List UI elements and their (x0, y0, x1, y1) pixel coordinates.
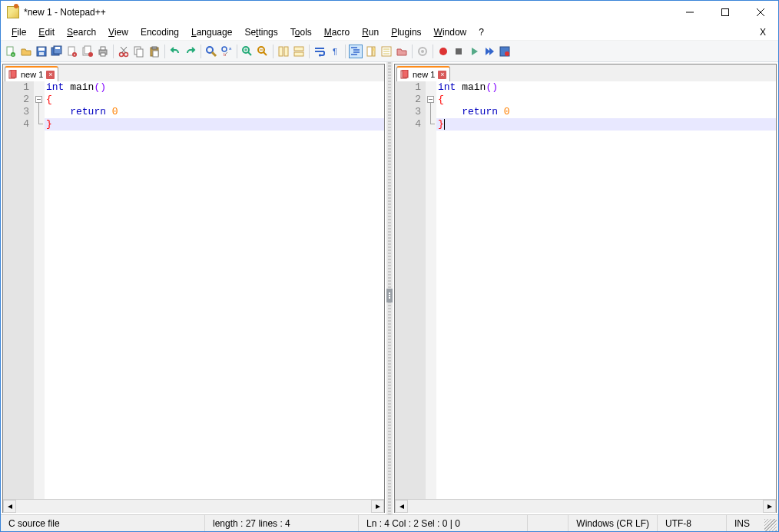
toolbar-save-all-icon[interactable] (50, 45, 64, 58)
toolbar-function-list-icon[interactable] (380, 45, 393, 58)
menu-view[interactable]: View (102, 25, 134, 39)
hscrollbar-left[interactable]: ◂ ▸ (3, 499, 384, 512)
toolbar-stop-macro-icon[interactable] (452, 45, 466, 58)
toolbar-close-icon[interactable]: × (65, 45, 79, 58)
menu-encoding[interactable]: Encoding (134, 25, 185, 39)
scroll-right-icon[interactable]: ▸ (763, 500, 776, 513)
toolbar-close-all-icon[interactable] (81, 45, 94, 58)
status-position: Ln : 4 Col : 2 Sel : 0 | 0 (358, 515, 527, 531)
menu-file[interactable]: File (5, 25, 32, 39)
tab-right-0[interactable]: new 1 × (396, 66, 450, 81)
svg-rect-55 (373, 47, 375, 56)
status-filetype: C source file (1, 515, 204, 531)
status-encoding[interactable]: UTF-8 (657, 515, 726, 531)
toolbar-undo-icon[interactable] (168, 45, 182, 58)
fold-margin[interactable] (426, 81, 436, 499)
toolbar-record-macro-icon[interactable] (436, 45, 450, 58)
tab-left-0[interactable]: new 1 × (5, 66, 58, 81)
line-gutter: 1234 (3, 81, 34, 499)
splitter-handle-icon[interactable] (386, 289, 393, 302)
hscrollbar-right[interactable]: ◂ ▸ (395, 499, 776, 512)
toolbar-zoom-in-icon[interactable] (240, 45, 254, 58)
menu-settings[interactable]: Settings (238, 25, 283, 39)
menu-help[interactable]: ? (472, 25, 490, 39)
fold-margin[interactable] (34, 81, 45, 499)
toolbar-separator (309, 45, 310, 58)
tab-label: new 1 (413, 70, 435, 79)
code-area[interactable]: int main(){ return 0} (436, 81, 776, 499)
tab-close-icon[interactable]: × (438, 71, 446, 79)
toolbar-indent-guide-icon[interactable] (349, 45, 363, 58)
toolbar-monitoring-icon[interactable] (416, 45, 429, 58)
toolbar-play-multi-icon[interactable] (482, 45, 496, 58)
menu-macro[interactable]: Macro (318, 25, 356, 39)
menu-search[interactable]: Search (61, 25, 102, 39)
scroll-left-icon[interactable]: ◂ (395, 500, 408, 513)
toolbar-redo-icon[interactable] (184, 45, 197, 58)
svg-rect-70 (403, 70, 408, 78)
toolbar-separator (113, 45, 114, 58)
status-eol[interactable]: Windows (CR LF) (568, 515, 657, 531)
toolbar-sync-v-icon[interactable] (277, 45, 290, 58)
resize-grip-icon[interactable] (764, 519, 777, 531)
menu-edit[interactable]: Edit (32, 25, 61, 39)
close-button[interactable] (743, 1, 778, 24)
titlebar[interactable]: *new 1 - Notepad++ (1, 1, 778, 24)
toolbar-separator (201, 45, 201, 58)
svg-point-22 (120, 52, 124, 56)
menu-close-x[interactable]: X (752, 25, 774, 39)
svg-rect-64 (456, 48, 462, 55)
toolbar-new-file-icon[interactable]: + (4, 45, 18, 58)
splitter[interactable] (386, 62, 393, 514)
toolbar-save-macro-icon[interactable] (498, 45, 512, 58)
scroll-left-icon[interactable]: ◂ (3, 500, 16, 513)
svg-rect-68 (11, 70, 16, 78)
code-area[interactable]: int main(){ return 0} (45, 81, 384, 499)
svg-rect-30 (153, 51, 158, 57)
svg-point-31 (207, 47, 213, 53)
tab-close-icon[interactable]: × (46, 71, 55, 79)
toolbar-separator (345, 45, 346, 58)
svg-point-63 (439, 48, 447, 55)
svg-rect-8 (38, 48, 45, 51)
toolbar-save-icon[interactable] (35, 45, 48, 58)
toolbar-copy-icon[interactable] (132, 45, 146, 58)
svg-text:¶: ¶ (333, 47, 337, 56)
minimize-button[interactable] (672, 1, 708, 24)
toolbar-folder-ws-icon[interactable] (395, 45, 409, 58)
toolbar-sync-h-icon[interactable] (292, 45, 306, 58)
scroll-right-icon[interactable]: ▸ (371, 500, 384, 513)
toolbar-play-macro-icon[interactable] (467, 45, 481, 58)
editor-left[interactable]: 1234 int main(){ return 0} (3, 81, 384, 499)
toolbar-paste-icon[interactable] (148, 45, 161, 58)
toolbar-print-icon[interactable] (96, 45, 110, 58)
svg-point-23 (124, 52, 128, 56)
svg-rect-43 (279, 47, 283, 56)
status-insert-mode[interactable]: INS (726, 515, 764, 531)
toolbar-doc-map-icon[interactable] (364, 45, 378, 58)
menu-run[interactable]: Run (356, 25, 385, 39)
toolbar-show-all-chars-icon[interactable]: ¶ (328, 45, 342, 58)
toolbar-replace-icon[interactable]: ab (220, 45, 234, 58)
menu-window[interactable]: Window (428, 25, 473, 39)
editor-right[interactable]: 1234 int main(){ return 0} (395, 81, 776, 499)
app-icon (7, 6, 19, 18)
statusbar: C source file length : 27 lines : 4 Ln :… (1, 514, 778, 531)
toolbar-open-file-icon[interactable] (19, 45, 33, 58)
toolbar-word-wrap-icon[interactable] (313, 45, 327, 58)
svg-rect-44 (284, 47, 288, 56)
svg-text:×: × (74, 52, 76, 57)
menu-tools[interactable]: Tools (284, 25, 318, 39)
menu-language[interactable]: Language (185, 25, 238, 39)
svg-rect-45 (294, 47, 303, 51)
toolbar-find-icon[interactable] (204, 45, 218, 58)
svg-rect-20 (101, 47, 105, 50)
maximize-button[interactable] (708, 1, 743, 24)
toolbar-zoom-out-icon[interactable] (256, 45, 270, 58)
menu-plugins[interactable]: Plugins (385, 25, 427, 39)
svg-rect-27 (137, 49, 143, 57)
svg-rect-46 (294, 52, 303, 56)
svg-rect-9 (39, 52, 44, 55)
svg-rect-29 (152, 47, 157, 49)
toolbar-cut-icon[interactable] (117, 45, 131, 58)
